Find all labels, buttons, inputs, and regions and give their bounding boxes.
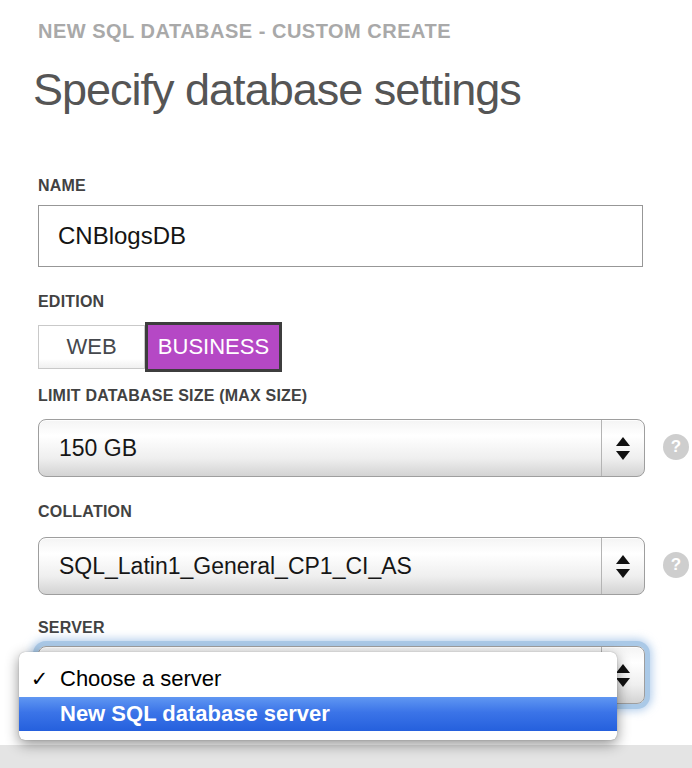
name-label: NAME [38, 177, 86, 195]
edition-option-business-label: BUSINESS [158, 334, 269, 360]
edition-label: EDITION [38, 293, 104, 311]
stepper-up-icon [616, 664, 630, 673]
database-name-input[interactable] [38, 205, 643, 267]
max-size-select[interactable]: 150 GB [38, 419, 645, 477]
page-title: Specify database settings [33, 64, 521, 116]
stepper-arrows-icon [601, 538, 644, 594]
collation-label: COLLATION [38, 503, 132, 521]
collation-value: SQL_Latin1_General_CP1_CI_AS [39, 553, 412, 580]
server-option-new-server[interactable]: New SQL database server [19, 697, 617, 731]
stepper-down-icon [616, 451, 630, 460]
stepper-down-icon [616, 678, 630, 687]
edition-option-business[interactable]: BUSINESS [145, 322, 282, 372]
bottom-background-strip [0, 745, 692, 768]
question-mark-glyph: ? [671, 555, 681, 575]
max-size-help-icon[interactable]: ? [663, 434, 689, 460]
server-option-choose[interactable]: ✓ Choose a server [19, 660, 617, 697]
check-icon: ✓ [19, 667, 60, 691]
stepper-up-icon [616, 437, 630, 446]
edition-option-web[interactable]: WEB [38, 325, 145, 369]
server-label: SERVER [38, 619, 105, 637]
server-dropdown-menu: ✓ Choose a server New SQL database serve… [19, 652, 617, 740]
stepper-arrows-icon [601, 420, 644, 476]
collation-select[interactable]: SQL_Latin1_General_CP1_CI_AS [38, 537, 645, 595]
max-size-value: 150 GB [39, 435, 137, 462]
server-option-new-server-label: New SQL database server [60, 701, 330, 727]
question-mark-glyph: ? [671, 437, 681, 457]
max-size-label: LIMIT DATABASE SIZE (MAX SIZE) [38, 387, 307, 405]
edition-option-web-label: WEB [66, 334, 116, 360]
collation-help-icon[interactable]: ? [663, 552, 689, 578]
breadcrumb-wizard-title: NEW SQL DATABASE - CUSTOM CREATE [38, 20, 451, 43]
server-option-choose-label: Choose a server [60, 666, 221, 692]
stepper-up-icon [616, 555, 630, 564]
stepper-down-icon [616, 569, 630, 578]
